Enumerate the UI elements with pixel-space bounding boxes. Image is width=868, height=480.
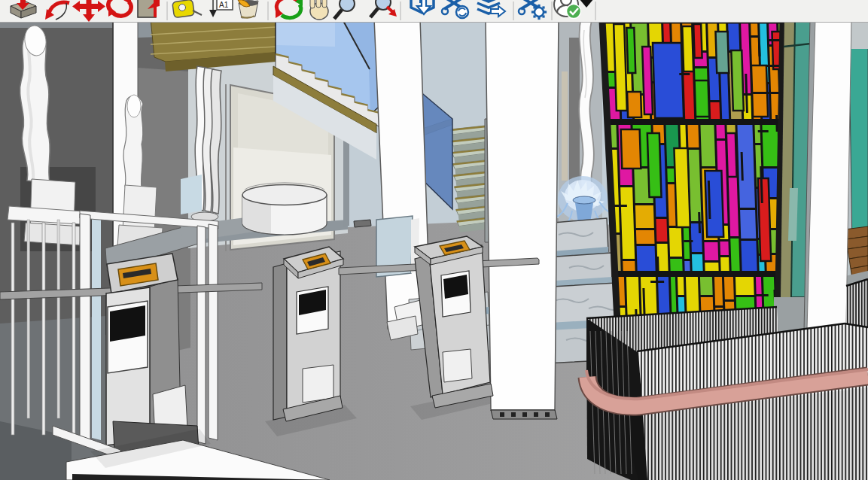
svg-text:A1: A1 [219, 1, 229, 9]
